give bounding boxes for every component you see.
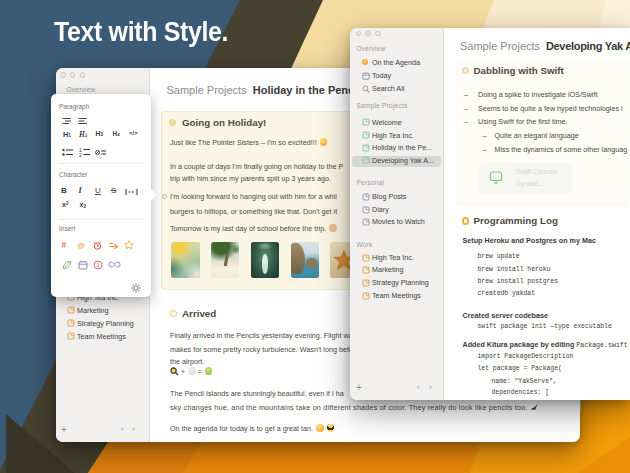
- svg-text:2: 2: [79, 151, 82, 157]
